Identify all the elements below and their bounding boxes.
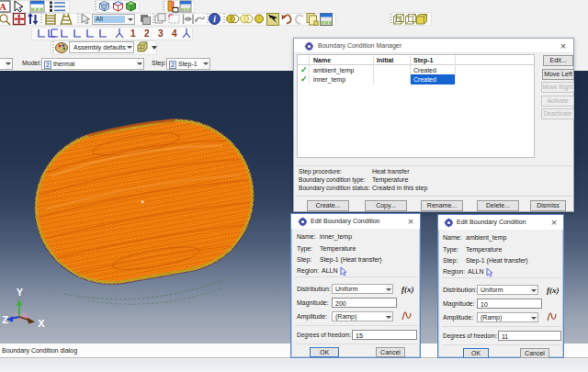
svg-text:3: 3 (158, 28, 164, 39)
svg-text:A: A (0, 2, 6, 12)
svg-text:2: 2 (144, 28, 150, 39)
svg-text:2: 2 (46, 62, 50, 68)
svg-text:Y: Y (17, 287, 24, 298)
svg-text:X: X (38, 318, 45, 329)
svg-text:i: i (213, 15, 216, 24)
svg-text:4: 4 (172, 28, 177, 39)
svg-text:1: 1 (130, 28, 136, 39)
svg-text:Z: Z (2, 314, 8, 325)
svg-text:2: 2 (171, 62, 175, 68)
